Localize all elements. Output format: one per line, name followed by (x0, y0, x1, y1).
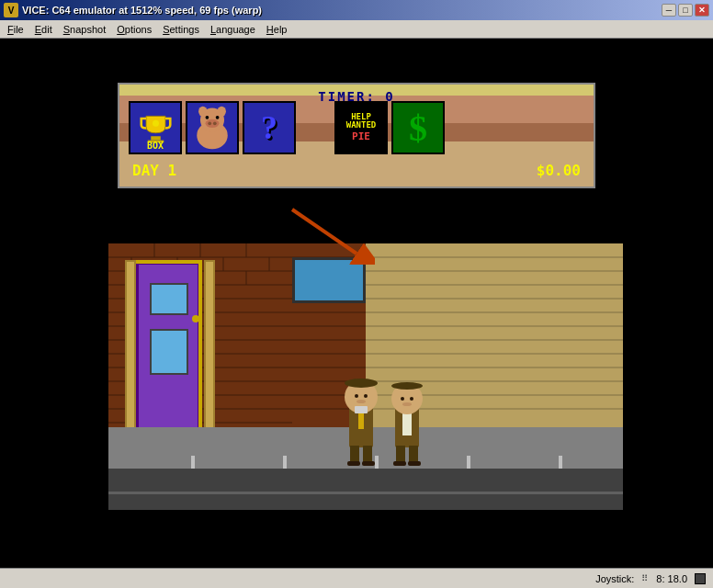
svg-rect-78 (362, 461, 375, 466)
maximize-button[interactable]: □ (678, 4, 693, 17)
svg-point-8 (206, 116, 209, 119)
svg-point-87 (391, 382, 423, 390)
pillar-left (125, 260, 136, 451)
sidewalk-marker-5 (559, 456, 562, 469)
spacer (303, 101, 331, 154)
menu-snapshot[interactable]: Snapshot (58, 20, 112, 38)
window-title: VICE: C64 emulator at 1512% speed, 69 fp… (22, 5, 262, 16)
arrow-svg (283, 200, 375, 265)
sidewalk-marker-4 (467, 456, 470, 469)
joystick-indicator (695, 573, 706, 584)
svg-rect-0 (151, 136, 161, 140)
door-panel-top (150, 283, 188, 315)
character-1 (338, 374, 384, 466)
close-button[interactable]: ✕ (695, 4, 709, 17)
road-line (108, 492, 623, 494)
svg-point-81 (356, 400, 366, 403)
question-mark: ? (261, 108, 277, 147)
svg-line-22 (292, 209, 356, 254)
menu-file[interactable]: File (2, 20, 29, 38)
svg-point-5 (206, 119, 220, 128)
main-area: TIMER: 0 BOX (0, 39, 713, 568)
app-icon: V (4, 3, 18, 17)
trophy-icon: BOX (129, 101, 182, 154)
pillar-right (204, 260, 215, 451)
menu-options[interactable]: Options (111, 20, 157, 38)
fps-display: 8: 18.0 (656, 573, 687, 584)
joystick-label: Joystick: (595, 573, 634, 584)
box-label: BOX (147, 141, 164, 151)
minimize-button[interactable]: ─ (662, 4, 676, 17)
status-bar: Joystick: ⠿ 8: 18.0 (0, 568, 713, 588)
dollar-icon: $ (391, 101, 445, 154)
door-panel-bottom (150, 329, 188, 375)
svg-rect-90 (393, 461, 406, 466)
day-display: DAY 1 (132, 162, 176, 179)
character-2-svg (384, 379, 430, 466)
sidewalk-marker-1 (191, 456, 195, 469)
sidewalk-marker-2 (283, 456, 287, 469)
menu-language[interactable]: Language (205, 20, 261, 38)
street-scene (108, 243, 623, 510)
trophy-svg (140, 112, 172, 144)
joystick-dots: ⠿ (641, 573, 649, 583)
character-2 (384, 379, 430, 466)
arrow-indicator (283, 200, 375, 268)
window-controls: ─ □ ✕ (662, 4, 709, 17)
pig-icon (186, 101, 239, 154)
question-icon: ? (243, 101, 296, 154)
title-bar: V VICE: C64 emulator at 1512% speed, 69 … (0, 0, 713, 20)
road (108, 469, 623, 510)
svg-point-74 (345, 379, 378, 388)
title-bar-left: V VICE: C64 emulator at 1512% speed, 69 … (4, 3, 262, 17)
help-wanted-icon: HELP WANTED PIE (334, 101, 388, 154)
svg-rect-77 (347, 461, 360, 466)
menu-edit[interactable]: Edit (29, 20, 58, 38)
menu-help[interactable]: Help (261, 20, 293, 38)
svg-point-92 (401, 397, 404, 401)
svg-point-10 (198, 107, 207, 117)
svg-point-79 (355, 394, 358, 398)
door-left (136, 262, 200, 446)
svg-point-6 (208, 121, 211, 125)
svg-point-80 (364, 394, 368, 398)
pig-svg (187, 101, 237, 154)
icons-row: BOX (129, 101, 445, 154)
svg-rect-17 (594, 154, 595, 173)
menu-settings[interactable]: Settings (157, 20, 205, 38)
svg-point-7 (213, 121, 217, 125)
money-display: $0.00 (537, 162, 581, 179)
top-panel: TIMER: 0 BOX (118, 83, 595, 188)
door-knob (192, 315, 199, 322)
menu-bar: File Edit Snapshot Options Settings Lang… (0, 20, 713, 39)
character-1-svg (338, 374, 384, 466)
svg-point-93 (410, 397, 413, 401)
svg-point-2 (153, 119, 159, 126)
svg-point-9 (216, 116, 220, 119)
svg-point-11 (218, 107, 226, 117)
hand-cursor-icon (584, 119, 595, 188)
svg-rect-83 (355, 406, 368, 413)
game-canvas: TIMER: 0 BOX (62, 64, 651, 542)
svg-point-94 (402, 402, 412, 406)
svg-rect-91 (408, 461, 421, 466)
